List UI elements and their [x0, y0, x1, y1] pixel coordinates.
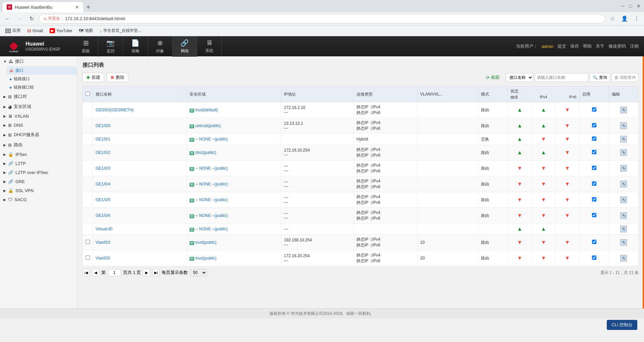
interface-name-link[interactable]: GE1/0/5 [96, 197, 110, 202]
nav-object[interactable]: ⊕ 对象 [148, 36, 172, 57]
profile-button[interactable]: 👤 [620, 14, 629, 23]
edit-button[interactable]: ✎ [620, 181, 627, 187]
sidebar-item-dhcp[interactable]: ▶ ⊞ DHCP服务器 [0, 130, 77, 140]
edit-button[interactable]: ✎ [620, 122, 627, 129]
interface-name-link[interactable]: Virtual-if0 [96, 227, 112, 231]
interface-name-link[interactable]: GE1/0/3 [96, 166, 110, 171]
clear-query-button[interactable]: 🗑 清除查询 [611, 73, 639, 82]
sidebar-item-l2tp-ipsec[interactable]: ▶ 🔗 L2TP over IPSec [0, 168, 77, 177]
minimize-button[interactable]: ─ [620, 3, 625, 9]
interface-name-link[interactable]: Vlanif20 [96, 256, 110, 261]
interface-name-link[interactable]: GE1/0/0 [96, 123, 110, 128]
help-button[interactable]: 帮助 [583, 43, 592, 49]
reload-button[interactable]: ↻ [27, 14, 36, 23]
edit-button[interactable]: ✎ [620, 239, 627, 246]
select-all-checkbox[interactable] [86, 92, 90, 96]
bookmark-button[interactable]: ☆ [608, 14, 617, 23]
tab-close-button[interactable]: ✕ [75, 4, 79, 10]
submit-button[interactable]: 提交 [557, 43, 566, 49]
enabled-checkbox[interactable] [592, 123, 596, 127]
sidebar-item-gre[interactable]: ▶ 🔗 GRE [0, 177, 77, 186]
bookmark-maps[interactable]: 🗺 地图 [76, 27, 96, 34]
row-checkbox[interactable] [86, 240, 90, 244]
save-button[interactable]: 保存 [570, 43, 579, 49]
edit-button[interactable]: ✎ [620, 196, 627, 203]
interface-name-link[interactable]: GE1/0/4 [96, 182, 110, 186]
sidebar-item-link-interface[interactable]: ● 链路接口 [7, 75, 77, 83]
enabled-checkbox[interactable] [592, 213, 596, 217]
security-zone-link[interactable]: ⊞untrust(public) [190, 123, 221, 128]
page-number-input[interactable] [108, 269, 121, 276]
sidebar-item-dns[interactable]: ▶ ⊞ DNS [0, 121, 77, 130]
bookmark-student[interactable]: ♪ 学生首页_在线学堂... [97, 27, 144, 34]
sidebar-item-link-interface-group[interactable]: ● 链路接口组 [7, 83, 77, 92]
bookmark-apps[interactable]: 应用 [3, 27, 23, 34]
interface-name-link[interactable]: GE1/0/1 [96, 137, 110, 141]
row-checkbox[interactable] [86, 255, 90, 260]
last-page-button[interactable]: ▶| [152, 269, 160, 276]
security-zone-link[interactable]: ⊞dmz(public) [190, 150, 216, 155]
security-zone-link[interactable]: ⊞-- NONE --(public) [190, 166, 228, 171]
new-button[interactable]: ✚ 新建 [83, 73, 104, 82]
forward-button[interactable]: → [15, 14, 24, 23]
security-zone-link[interactable]: ⊞-- NONE --(public) [190, 137, 228, 141]
bookmark-gmail[interactable]: M Gmail [24, 27, 46, 34]
sidebar-item-ssl-vpn[interactable]: ▶ 🔒 SSL VPN [0, 186, 77, 195]
first-page-button[interactable]: |◀ [83, 269, 90, 276]
logout-button[interactable]: 注销 [630, 43, 639, 49]
sidebar-item-ipsec[interactable]: ▶ 🔒 IPSec [0, 150, 77, 159]
sidebar-item-vxlan[interactable]: ▶ 🖥 VXLAN [0, 112, 77, 121]
edit-button[interactable]: ✎ [620, 107, 627, 113]
delete-button[interactable]: ✖ 删除 [107, 73, 128, 82]
close-window-button[interactable]: ✕ [636, 3, 641, 9]
security-zone-link[interactable]: ⊞trust(public) [190, 256, 216, 261]
enabled-checkbox[interactable] [592, 166, 596, 170]
enabled-checkbox[interactable] [592, 255, 596, 260]
edit-button[interactable]: ✎ [620, 165, 627, 172]
page-size-select[interactable]: 50 100 [190, 269, 207, 276]
maximize-button[interactable]: □ [628, 3, 633, 9]
refresh-button[interactable]: ⟳ 刷新 [483, 73, 503, 82]
menu-button[interactable]: ⋮ [632, 14, 641, 23]
nav-policy[interactable]: 📄 策略 [123, 36, 148, 57]
nav-network[interactable]: 🔗 网络 [172, 36, 197, 57]
new-tab-button[interactable]: + [83, 2, 93, 12]
sidebar-item-route[interactable]: ▶ ⊞ 路由 [0, 140, 77, 150]
enabled-checkbox[interactable] [592, 197, 596, 202]
enabled-checkbox[interactable] [592, 240, 596, 244]
security-zone-link[interactable]: ⊞trust(public) [190, 240, 216, 245]
sidebar-item-security-zone[interactable]: ▶ ◕ 安全区域 [0, 102, 77, 112]
active-tab[interactable]: H Huawei XiaoBenBu ✕ [3, 2, 83, 12]
interface-name-link[interactable]: GE0/0/0(GE0/METH) [96, 108, 133, 112]
prev-page-button[interactable]: ◀ [92, 269, 99, 276]
nav-panel[interactable]: ⊞ 面板 [74, 36, 98, 57]
sidebar-item-l2tp[interactable]: ▶ 🔗 L2TP [0, 159, 77, 168]
interface-name-link[interactable]: GE1/0/2 [96, 150, 110, 155]
next-page-button[interactable]: ▶ [143, 269, 150, 276]
enabled-checkbox[interactable] [592, 181, 596, 186]
edit-button[interactable]: ✎ [620, 136, 627, 142]
nav-system[interactable]: 🖥 系统 [197, 36, 222, 57]
security-zone-link[interactable]: ⊞-- NONE --(public) [190, 197, 228, 202]
edit-button[interactable]: ✎ [620, 149, 627, 156]
security-zone-link[interactable]: ⊞-- NONE --(public) [190, 227, 228, 231]
enabled-checkbox[interactable] [592, 150, 596, 154]
edit-button[interactable]: ✎ [620, 212, 627, 219]
security-zone-link[interactable]: ⊞-- NONE --(public) [190, 182, 228, 186]
edit-button[interactable]: ✎ [620, 255, 627, 262]
nav-monitor[interactable]: 📷 监控 [98, 36, 123, 57]
enabled-checkbox[interactable] [592, 107, 596, 112]
query-button[interactable]: 🔍 查询 [590, 73, 610, 82]
bookmark-youtube[interactable]: ▶ YouTube [47, 27, 75, 34]
search-field-select[interactable]: 接口名称 [506, 73, 533, 82]
edit-button[interactable]: ✎ [620, 226, 627, 232]
sidebar-item-interface[interactable]: 🖧 接口 [7, 66, 77, 75]
change-password-button[interactable]: 修改密码 [608, 43, 626, 49]
address-bar[interactable]: ⚠ 不安全 | 172.16.2.10:8443/default.html# [39, 14, 605, 23]
security-zone-link[interactable]: ⊞-- NONE --(public) [190, 213, 228, 218]
back-button[interactable]: ← [3, 14, 12, 23]
interface-name-link[interactable]: Vlanif10 [96, 240, 110, 245]
search-input[interactable] [535, 73, 588, 82]
about-button[interactable]: 关于 [596, 43, 604, 49]
interface-name-link[interactable]: GE1/0/6 [96, 213, 110, 218]
